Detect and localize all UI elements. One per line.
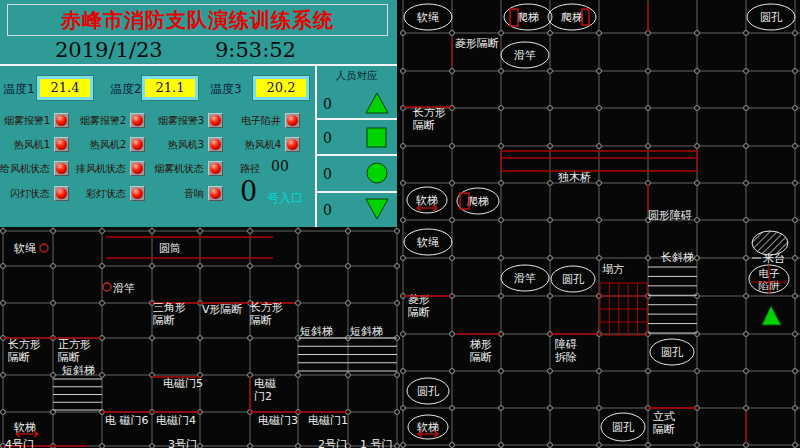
grid-label: 菱形隔断 [455,37,499,50]
obstacle-marker: 滑竿 [501,42,549,68]
grid-label: 隔断 [58,351,80,364]
status-label: 烟雾报警2 [42,114,126,128]
status-label: 彩灯状态 [42,187,126,201]
ladder-pattern [53,379,102,410]
grid-label: 拆除 [555,351,577,364]
grid-label: 隔断 [8,351,30,364]
led-ball-icon [287,139,298,150]
grid-label: 电 磁门6 [105,414,149,427]
grid-label: 短斜梯 [300,325,333,338]
grid-label: 滑竿 [113,282,135,295]
obstacle-label: 圆孔 [661,346,684,359]
green-triangle-icon [762,306,781,325]
circle-icon [365,162,389,184]
led-ball-icon [210,163,221,174]
personnel-separator [316,191,397,193]
grid-label: 正方形 [58,338,91,351]
personnel-count: 0 [323,202,332,218]
obstacle-label: 圆孔 [417,385,440,398]
grid-label: 4号门 [5,438,34,448]
obstacle-label: 爬梯 [467,195,489,208]
grid-label: 梯形 [469,338,492,351]
obstacle-marker: 圆孔 [747,4,795,30]
red-dot-icon [40,244,48,252]
grid-label: 电磁门4 [156,414,196,427]
grid-label: 长方形 [412,106,446,119]
grid-label: 长方形 [7,338,41,351]
grid-label: 隔断 [153,314,175,327]
obstacle-marker: 软梯 [408,415,448,439]
grid-label: 三角形 [153,301,186,314]
obstacle-marker: 滑竿 [501,265,549,291]
grid-label: 长方形 [249,301,283,314]
path-value: 00 [271,158,289,174]
status-led-indicator[interactable] [285,113,300,128]
obstacle-label: 圆孔 [612,421,635,434]
obstacle-grid-left: 软绳圆筒滑竿三角形隔断V形隔断长方形隔断短斜梯短斜梯长方形隔断正方形隔断短斜梯电… [0,227,400,448]
obstacle-marker: 圆孔 [601,413,645,441]
triangle-down-icon [365,198,389,220]
grid-label: 电磁门1 [308,414,348,427]
grid-label: 圆形障碍 [648,209,692,222]
obstacle-label: 软梯 [415,194,438,207]
obstacle-grid-right: 软绳爬梯爬梯圆孔菱形隔断滑竿长方形隔断独木桥圆形障碍软梯爬梯软绳滑竿圆孔塌方长斜… [400,0,800,448]
personnel-separator [316,118,397,120]
status-led-indicator[interactable] [285,137,300,152]
grid-label: 软绳 [13,242,36,255]
grid-label: 隔断 [653,423,675,436]
grid-label: 米台 [763,252,785,265]
status-label: 排风机状态 [42,162,126,176]
grid-label: 长斜梯 [660,251,694,264]
status-label: 热风机3 [120,138,204,152]
obstacle-label: 圆孔 [760,11,783,24]
personnel-title: 人员对应 [316,69,397,83]
personnel-count: 0 [323,96,332,112]
grid-label: 隔断 [413,119,435,132]
grid-label: 电磁门5 [163,377,203,390]
status-label: 热风机4 [197,138,281,152]
square-icon [365,126,389,148]
ladder-pattern [648,267,697,333]
obstacle-label: 软绳 [416,236,439,249]
grid-label: 独木桥 [558,171,591,184]
status-label: 热风机2 [42,138,126,152]
grid-label: V形隔断 [202,303,243,316]
grid-label: 隔断 [470,351,492,364]
obstacle-marker: 爬梯 [548,4,596,30]
status-label: 烟雾报警3 [120,114,204,128]
grid-label: 圆筒 [159,242,181,255]
obstacle-label: 软绳 [416,11,439,24]
led-ball-icon [210,188,221,199]
obstacle-marker: 软梯 [407,187,447,213]
obstacle-marker: 圆孔 [551,266,595,292]
obstacle-label: 圆孔 [562,273,585,286]
obstacle-label: 滑竿 [514,49,536,62]
status-label: 电子陷井 [197,114,281,128]
grid-label: 3号门 [168,438,197,448]
status-led-indicator[interactable] [208,161,223,176]
ladder-pattern [298,338,348,371]
triangle-up-icon [365,92,389,114]
red-dot-icon [103,283,111,291]
status-label: 音响 [120,187,204,201]
grid-label: 塌方 [602,263,624,276]
grid-label: 2号门 [318,438,347,448]
red-bracket [582,9,589,25]
status-led-indicator[interactable] [208,186,223,201]
grid-lines [400,0,800,448]
personnel-count: 0 [323,166,332,182]
grid-label: 软梯 [13,421,36,434]
obstacle-marker: 软绳 [404,229,452,255]
grid-label: 菱形 [408,293,430,306]
grid-label: 电磁 [254,377,276,390]
obstacle-marker: 圆孔 [650,339,694,365]
control-panel: 赤峰市消防支队演练训练系统 2019/1/23 9:53:52 温度121.4温… [0,0,397,227]
obstacle-label: 滑竿 [514,272,536,285]
obstacle-label: 爬梯 [517,11,539,24]
entrance-count: 0 [240,176,257,207]
grid-label: 门2 [254,390,272,403]
obstacle-marker: 电子陷阱 [749,265,789,294]
personnel-count: 0 [323,130,332,146]
grid-label: 障碍 [555,338,577,351]
status-label: 烟雾机状态 [120,162,204,176]
